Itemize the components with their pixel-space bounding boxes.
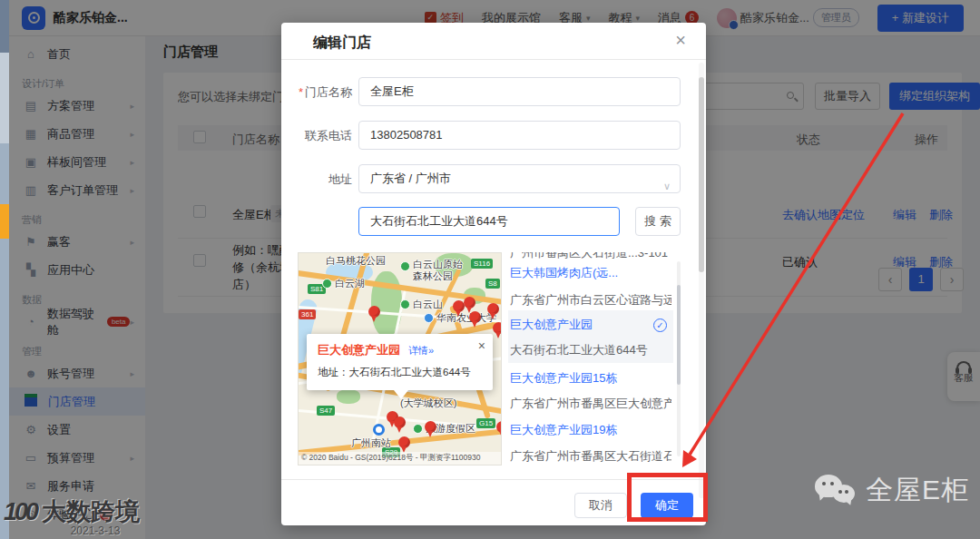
road-badge: S116 — [471, 259, 493, 269]
watermark-bottom-right: 全屋E柜 — [815, 472, 969, 509]
modal-title: 编辑门店 — [313, 34, 371, 53]
popup-detail-link[interactable]: 详情» — [408, 344, 434, 358]
modal-scrollbar-thumb[interactable] — [699, 77, 704, 272]
suggestion-address: 广东省广州市白云区心谊路与远... — [510, 292, 671, 309]
popup-address: 地址：大石街石北工业大道644号 — [318, 366, 471, 379]
required-star: * — [299, 85, 303, 99]
road-badge: S8 — [485, 279, 500, 289]
suggestion-name-selected[interactable]: 巨大创意产业园 — [510, 317, 593, 333]
store-name-label: *门店名称 — [283, 84, 352, 101]
map-pin[interactable] — [398, 436, 410, 448]
map-search-button[interactable]: 搜 索 — [635, 207, 681, 236]
cancel-button[interactable]: 取消 — [574, 493, 627, 518]
map-pin[interactable] — [394, 416, 406, 428]
chevron-down-icon: ∨ — [663, 172, 671, 200]
road-badge: 361 — [299, 309, 316, 319]
map-label: (大学城校区) — [400, 397, 456, 410]
map-pin[interactable] — [487, 303, 499, 315]
map-search-input[interactable]: 大石街石北工业大道644号 — [358, 207, 620, 236]
map-info-popup: 巨大创意产业园 详情» × 地址：大石街石北工业大道644号 — [307, 334, 493, 390]
suggestion-name[interactable]: 巨大创意产业园15栋 — [510, 370, 617, 387]
address-label: 地址 — [283, 172, 352, 188]
watermark-brand: 大数跨境 — [42, 495, 140, 528]
map-pin[interactable] — [469, 311, 481, 323]
metro-poi-icon — [373, 424, 385, 436]
park-poi-icon — [322, 279, 332, 289]
edge-orange-block — [0, 204, 9, 239]
map-label: 广州南站 — [351, 436, 391, 450]
suggestion-address: 广州市番禺区大石街道...3-101 — [510, 252, 668, 261]
map-pin[interactable] — [493, 322, 502, 334]
map-label: 白马桃花公园 — [326, 254, 386, 268]
close-icon[interactable]: × — [670, 30, 691, 51]
suggestion-name[interactable]: 巨大韩国烤肉店(远... — [510, 265, 618, 281]
page-root: 酷家乐铂金... ✓ 签到 我的展示馆 客服▾ 教程▾ 消息6 酷家乐铂金...… — [0, 0, 980, 539]
park-poi-icon — [400, 261, 410, 271]
road-badge: G15 — [476, 418, 495, 428]
park-shape — [337, 389, 360, 404]
suggestion-address: 广东省广州市番禺区巨大创意产... — [510, 396, 671, 412]
park-poi-icon — [413, 424, 423, 434]
watermark-bottom-left: 100 大数跨境 2021-3-13 — [4, 495, 140, 537]
suggestion-address: 大石街石北工业大道644号 — [510, 342, 648, 358]
map-pin[interactable] — [368, 306, 380, 318]
edge-segment — [0, 0, 9, 53]
phone-label: 联系电话 — [283, 128, 352, 144]
wechat-icon — [815, 473, 858, 509]
phone-input[interactable]: 13802508781 — [358, 121, 681, 150]
suggestion-list: 广州市番禺区大石街道...3-101 巨大韩国烤肉店(远... 广东省广州市白云… — [508, 252, 682, 466]
popup-title: 巨大创意产业园 — [318, 342, 400, 358]
region-select[interactable]: 广东省 / 广州市∨ — [358, 164, 681, 193]
map-label: 白云湖 — [335, 277, 365, 290]
watermark-logo: 100 — [4, 498, 36, 526]
confirm-button[interactable]: 确定 — [641, 493, 693, 518]
watermark-brand-right: 全屋E柜 — [866, 472, 969, 509]
road-badge: S47 — [317, 406, 335, 416]
map-pin[interactable] — [425, 421, 436, 433]
store-name-input[interactable]: 全屋E柜 — [358, 77, 681, 106]
map-label: 白云山 — [413, 298, 443, 311]
window-edge-strip — [0, 0, 9, 539]
university-poi-icon — [424, 313, 434, 323]
map-pin[interactable] — [496, 421, 502, 433]
modal-divider — [281, 59, 706, 60]
map-label: 白云山原始 森林公园 — [413, 259, 469, 282]
suggestion-name[interactable]: 巨大创意产业园19栋 — [510, 422, 617, 438]
popup-close-icon[interactable]: × — [478, 338, 485, 353]
map-label: 华南农业大学 — [436, 311, 496, 325]
park-poi-icon — [400, 299, 410, 309]
selected-check-icon: ✓ — [653, 318, 667, 332]
edge-segment — [0, 53, 9, 143]
map-attribution: © 2020 Baidu - GS(2019)6218号 - 甲测资字11009… — [299, 452, 501, 465]
suggestion-address: 广东省广州市番禺区大石街道石 — [510, 448, 671, 465]
list-scrollbar-thumb[interactable] — [677, 285, 681, 385]
map-pin[interactable] — [464, 297, 475, 309]
map-canvas[interactable]: S116 S8 S81 S47 G15 S29 361 白马桃花公园 白云山原始… — [298, 252, 502, 466]
modal-footer: 取消 确定 — [281, 479, 706, 525]
edit-store-modal: 编辑门店 × *门店名称 全屋E柜 联系电话 13802508781 地址 广东… — [281, 23, 706, 525]
